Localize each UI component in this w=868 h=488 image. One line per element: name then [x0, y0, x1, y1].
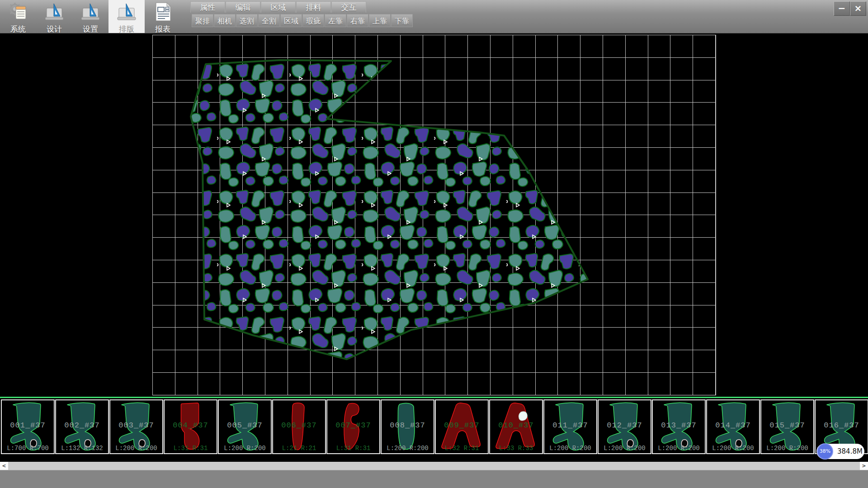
piece-lr-count: L:200 R:200 — [382, 445, 434, 452]
piece-thumbnail[interactable]: 004_#37 L:31 R:31 — [164, 399, 217, 454]
menu-tab-region[interactable]: 区域 — [261, 1, 296, 13]
piece-label: 003_#37 — [110, 421, 162, 430]
memory-size-text: 384.8M — [837, 444, 863, 459]
tool-buttons: 聚排 相机 选割 全割 区域 瑕疵 左靠 右靠 上靠 下靠 — [192, 14, 413, 28]
piece-thumbnail[interactable]: 003_#37 L:200 R:200 — [109, 399, 163, 454]
scroll-right-button[interactable]: > — [860, 462, 868, 470]
scroll-left-button[interactable]: < — [0, 462, 8, 470]
piece-label: 008_#37 — [382, 421, 434, 430]
menu-tab-nest[interactable]: 排料 — [296, 1, 331, 13]
tool-align-left-button[interactable]: 左靠 — [325, 14, 346, 27]
piece-label: 013_#37 — [653, 421, 705, 430]
piece-thumbnail[interactable]: 010_#37 L:33 R:33 — [489, 399, 543, 454]
menu-tab-interact[interactable]: 交互 — [331, 1, 366, 13]
progress-circle: 38% — [817, 443, 833, 460]
piece-lr-count: L:31 R:31 — [165, 445, 217, 452]
piece-lr-count: L:31 R:31 — [327, 445, 379, 452]
piece-label: 007_#37 — [327, 421, 379, 430]
app-tab-system[interactable]: 系统 — [0, 0, 36, 33]
pieces-strip: 001_#37 L:700 R:700 002_#37 L:132 R:132 … — [0, 397, 868, 456]
piece-thumbnail[interactable]: 001_#37 L:700 R:700 — [1, 399, 55, 454]
tool-align-bottom-button[interactable]: 下靠 — [391, 14, 413, 27]
piece-label: 006_#37 — [273, 421, 325, 430]
piece-label: 009_#37 — [436, 421, 488, 430]
tool-select-cut-button[interactable]: 选割 — [236, 14, 258, 27]
tool-cluster-nest-button[interactable]: 聚排 — [192, 14, 213, 27]
piece-label: 014_#37 — [707, 421, 759, 430]
toolbar: 系统 设计 设置 — [0, 0, 868, 33]
report-document-icon — [152, 0, 173, 23]
piece-lr-count: L:21 R:21 — [273, 445, 325, 452]
piece-lr-count: L:32 R:31 — [436, 445, 488, 452]
close-button[interactable]: × — [850, 1, 866, 16]
piece-lr-count: L:200 R:200 — [110, 445, 162, 452]
app-tab-label: 系统 — [10, 24, 26, 34]
minimize-button[interactable]: − — [834, 1, 850, 16]
design-ruler-icon — [44, 0, 65, 23]
piece-lr-count: L:200 R:200 — [707, 445, 759, 452]
app-tab-label: 设计 — [47, 24, 62, 34]
piece-thumbnail-list: 001_#37 L:700 R:700 002_#37 L:132 R:132 … — [0, 399, 868, 454]
tool-align-top-button[interactable]: 上靠 — [369, 14, 391, 27]
piece-thumbnail[interactable]: 008_#37 L:200 R:200 — [381, 399, 434, 454]
piece-label: 004_#37 — [165, 421, 217, 430]
piece-lr-count: L:132 R:132 — [56, 445, 108, 452]
tool-region-button[interactable]: 区域 — [280, 14, 302, 27]
settings-ruler-icon — [80, 0, 101, 23]
piece-lr-count: L:200 R:200 — [761, 445, 813, 452]
piece-thumbnail[interactable]: 009_#37 L:32 R:31 — [435, 399, 489, 454]
piece-lr-count: L:700 R:700 — [2, 445, 54, 452]
piece-thumbnail[interactable]: 014_#37 L:200 R:200 — [706, 399, 760, 454]
app-tab-label: 报表 — [155, 24, 170, 34]
piece-label: 002_#37 — [56, 421, 108, 430]
piece-label: 005_#37 — [219, 421, 271, 430]
piece-lr-count: L:200 R:200 — [653, 445, 705, 452]
app-tab-label: 排版 — [119, 24, 134, 34]
menu-tab-properties[interactable]: 属性 — [190, 1, 225, 13]
piece-lr-count: L:200 R:200 — [219, 445, 271, 452]
piece-thumbnail[interactable]: 011_#37 L:200 R:200 — [543, 399, 597, 454]
piece-label: 012_#37 — [599, 421, 651, 430]
piece-lr-count: L:200 R:200 — [544, 445, 596, 452]
tool-camera-button[interactable]: 相机 — [214, 14, 236, 27]
horizontal-scrollbar[interactable]: < > — [0, 462, 868, 470]
nesting-ruler-icon — [116, 0, 137, 23]
menu-tab-edit[interactable]: 编辑 — [226, 1, 260, 13]
system-gear-icon — [8, 0, 28, 23]
memory-badge: 38% 384.8M — [816, 444, 864, 459]
piece-thumbnail[interactable]: 012_#37 L:200 R:200 — [598, 399, 651, 454]
piece-thumbnail[interactable]: 002_#37 L:132 R:132 — [55, 399, 109, 454]
piece-label: 016_#37 — [816, 421, 868, 430]
strip-top-line — [0, 397, 868, 398]
piece-thumbnail[interactable]: 007_#37 L:31 R:31 — [326, 399, 380, 454]
tool-defect-button[interactable]: 瑕疵 — [302, 14, 324, 27]
canvas-grid — [152, 35, 716, 395]
menu-tabs: 属性 编辑 区域 排料 交互 — [190, 1, 367, 13]
app-tab-label: 设置 — [83, 24, 98, 34]
tool-align-right-button[interactable]: 右靠 — [347, 14, 368, 27]
piece-lr-count: L:200 R:200 — [599, 445, 651, 452]
status-bar — [0, 470, 868, 488]
app-tab-nesting[interactable]: 排版 — [108, 0, 145, 33]
piece-thumbnail[interactable]: 015_#37 L:200 R:200 — [760, 399, 814, 454]
piece-label: 001_#37 — [2, 421, 54, 430]
piece-label: 011_#37 — [544, 421, 596, 430]
tool-cut-all-button[interactable]: 全割 — [258, 14, 280, 27]
piece-thumbnail[interactable]: 005_#37 L:200 R:200 — [218, 399, 272, 454]
piece-label: 015_#37 — [761, 421, 813, 430]
piece-lr-count: L:33 R:33 — [490, 445, 542, 452]
piece-label: 010_#37 — [490, 421, 542, 430]
piece-thumbnail[interactable]: 013_#37 L:200 R:200 — [652, 399, 706, 454]
app-tab-design[interactable]: 设计 — [36, 0, 72, 33]
app-tab-settings[interactable]: 设置 — [72, 0, 108, 33]
piece-thumbnail[interactable]: 006_#37 L:21 R:21 — [272, 399, 326, 454]
app-tab-report[interactable]: 报表 — [145, 0, 181, 33]
